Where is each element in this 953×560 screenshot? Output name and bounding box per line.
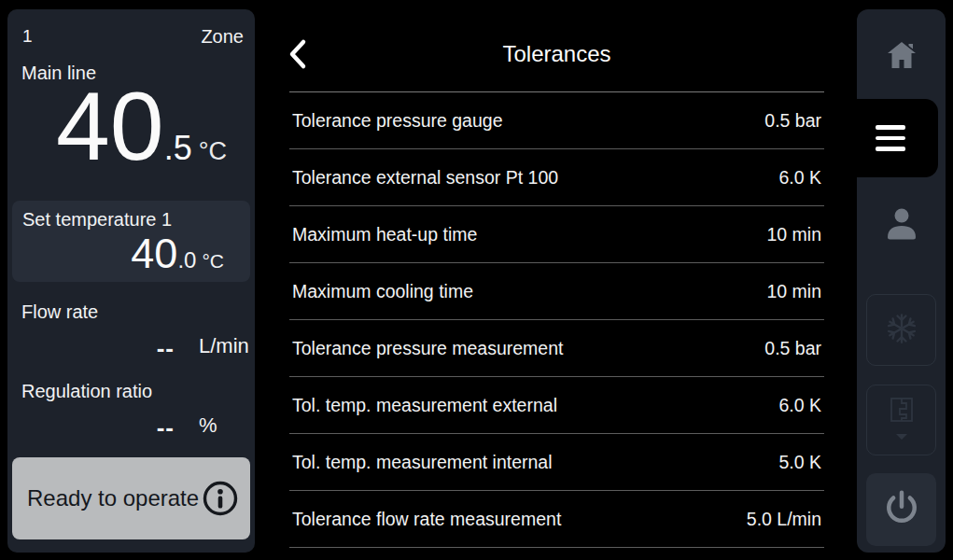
snowflake-icon xyxy=(885,312,918,349)
caret-down-icon xyxy=(895,427,908,444)
flow-rate-value-row: -- L/min xyxy=(7,334,255,362)
tolerance-label: Tolerance flow rate measurement xyxy=(292,509,561,530)
regulation-ratio-label: Regulation ratio xyxy=(21,381,152,402)
tolerance-value: 10 min xyxy=(766,224,821,245)
tolerance-value: 5.0 L/min xyxy=(747,509,821,530)
tolerance-row[interactable]: Tolerance external sensor Pt 100 6.0 K xyxy=(289,149,824,206)
sidebar-item-mold[interactable] xyxy=(866,385,936,455)
tolerance-value: 5.0 K xyxy=(778,452,821,473)
tolerance-label: Tol. temp. measurement internal xyxy=(292,452,553,473)
tolerance-row[interactable]: Tolerance pressure measurement 0.5 bar xyxy=(289,320,824,377)
info-icon xyxy=(202,480,239,517)
tolerance-value: 6.0 K xyxy=(778,395,821,416)
set-temperature-value: 40.0°C xyxy=(131,232,224,274)
set-temp-fraction: .0 xyxy=(177,247,196,273)
tolerance-label: Tolerance pressure measurement xyxy=(292,338,563,359)
regulation-ratio-unit: % xyxy=(199,413,217,438)
tolerance-row[interactable]: Tol. temp. measurement external 6.0 K xyxy=(289,377,824,434)
tolerance-row[interactable]: Tolerance pressure gauge 0.5 bar xyxy=(289,92,824,149)
tolerance-row[interactable]: Maximum cooling time 10 min xyxy=(289,263,824,320)
main-temp-integer: 40 xyxy=(56,77,164,175)
main-temp-fraction: .5 xyxy=(164,129,192,168)
sidebar-item-menu-active[interactable] xyxy=(842,99,938,177)
flow-rate-label: Flow rate xyxy=(21,301,98,323)
set-temperature-card[interactable]: Set temperature 1 40.0°C xyxy=(12,201,250,282)
zone-number: 1 xyxy=(22,26,33,47)
main-temp-unit: °C xyxy=(199,137,227,166)
tolerance-value: 0.5 bar xyxy=(764,110,821,132)
tolerance-value: 10 min xyxy=(766,281,821,302)
sidebar-item-cooling[interactable] xyxy=(866,294,936,366)
tolerances-list: Tolerance pressure gauge 0.5 bar Toleran… xyxy=(289,91,824,548)
flow-rate-unit: L/min xyxy=(199,334,249,358)
user-icon xyxy=(884,205,919,246)
tolerance-value: 0.5 bar xyxy=(764,338,821,359)
set-temperature-label: Set temperature 1 xyxy=(22,209,172,231)
tolerance-label: Tolerance pressure gauge xyxy=(292,110,502,132)
main-temperature-display: 40.5°C xyxy=(56,77,227,175)
hmi-screen: 1 Zone Main line 40.5°C Set temperature … xyxy=(0,0,953,560)
tolerance-label: Maximum cooling time xyxy=(292,281,473,302)
set-temp-unit: °C xyxy=(202,250,224,273)
zone-status-panel: 1 Zone Main line 40.5°C Set temperature … xyxy=(7,9,255,553)
sidebar-item-power[interactable] xyxy=(866,473,936,546)
tolerance-row[interactable]: Maximum heat-up time 10 min xyxy=(289,206,824,263)
tolerance-label: Maximum heat-up time xyxy=(292,224,477,245)
tolerance-label: Tol. temp. measurement external xyxy=(292,395,557,416)
tolerance-row[interactable]: Tolerance flow rate measurement 5.0 L/mi… xyxy=(289,491,824,548)
status-button[interactable]: Ready to operate xyxy=(12,457,250,539)
zone-label: Zone xyxy=(201,26,244,48)
menu-icon xyxy=(876,125,905,151)
tolerance-label: Tolerance external sensor Pt 100 xyxy=(292,167,558,189)
sidebar-item-user[interactable] xyxy=(857,192,946,259)
mold-icon xyxy=(886,396,918,431)
sidebar-item-home[interactable] xyxy=(857,22,946,91)
regulation-ratio-value-row: -- % xyxy=(7,413,255,441)
tolerance-row[interactable]: Tol. temp. measurement internal 5.0 K xyxy=(289,434,824,491)
regulation-ratio-value: -- xyxy=(7,413,175,442)
status-text: Ready to operate xyxy=(27,485,199,511)
set-temp-integer: 40 xyxy=(131,232,177,274)
flow-rate-value: -- xyxy=(7,334,175,363)
tolerance-value: 6.0 K xyxy=(778,167,821,189)
page-title: Tolerances xyxy=(289,41,824,67)
sidebar xyxy=(857,9,946,553)
home-icon xyxy=(885,40,918,74)
power-icon xyxy=(883,489,920,530)
